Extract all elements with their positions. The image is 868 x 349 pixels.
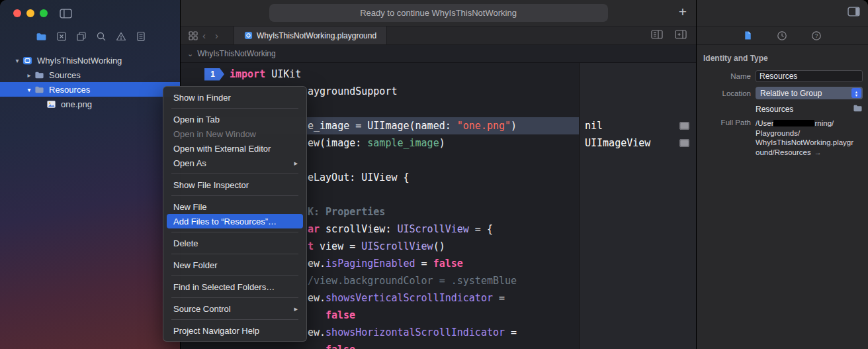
- disclosure-down-icon[interactable]: ▾: [24, 86, 34, 93]
- inspector-panel: ? Identity and Type Name Location Relati…: [696, 0, 868, 349]
- dropdown-arrows-icon: ▴▾: [851, 88, 861, 98]
- section-title: Identity and Type: [703, 54, 863, 63]
- code-text: eLayOut: UIView {: [308, 169, 410, 186]
- menu-item-open-in-tab[interactable]: Open in Tab: [167, 112, 303, 126]
- navigator-toolbar: [0, 26, 180, 46]
- code-text: /view.backgroundColor = .systemBlue: [308, 272, 517, 289]
- disclosure-right-icon[interactable]: ▸: [24, 72, 34, 79]
- result-row: UIImageView: [580, 134, 696, 152]
- navigator-sidebar: ▾WhyIsThisNotWorking▸Sources▾Resourceson…: [0, 0, 181, 349]
- navigator-label: WhyIsThisNotWorking: [37, 56, 122, 66]
- menu-item-source-control[interactable]: Source Control▸: [167, 301, 303, 316]
- breadcrumb[interactable]: WhyIsThisNotWorking: [197, 49, 275, 58]
- menu-item-open-as[interactable]: Open As▸: [167, 156, 303, 170]
- editor-options-icon[interactable]: [651, 30, 663, 42]
- toolbar: Ready to continue WhyIsThisNotWorking +: [181, 0, 696, 26]
- jump-to-path-icon[interactable]: →: [814, 148, 822, 156]
- activity-text: Ready to continue WhyIsThisNotWorking: [360, 8, 517, 18]
- toggle-left-sidebar-icon[interactable]: [60, 9, 72, 19]
- menu-item-show-in-finder[interactable]: Show in Finder: [167, 90, 303, 105]
- navigator-row-sources[interactable]: ▸Sources: [0, 68, 180, 82]
- folder-mini-icon[interactable]: [853, 104, 863, 114]
- menu-item-find-in-selected-folders[interactable]: Find in Selected Folders…: [167, 279, 303, 294]
- code-text: ew.showsVerticalScrollIndicator =: [308, 289, 505, 307]
- zoom-window-button[interactable]: [40, 9, 48, 17]
- jumpbar-chevron-icon: ⌄: [187, 50, 193, 58]
- menu-item-label: Source Control: [173, 304, 231, 314]
- menu-item-label: Delete: [173, 238, 198, 248]
- minimize-window-button[interactable]: [26, 9, 34, 17]
- jump-bar[interactable]: ⌄ WhyIsThisNotWorking: [181, 45, 696, 63]
- add-editor-icon[interactable]: [675, 30, 687, 42]
- code-text: false: [326, 341, 355, 349]
- navigator-row-whyisthisnotworking[interactable]: ▾WhyIsThisNotWorking: [0, 53, 180, 68]
- navigator-row-one-png[interactable]: one.png: [0, 97, 180, 111]
- menu-item-open-with-external-editor[interactable]: Open with External Editor: [167, 141, 303, 156]
- code-text: K: Properties: [308, 203, 385, 221]
- window-controls: [13, 9, 48, 17]
- search-icon[interactable]: [96, 31, 107, 42]
- menu-item-new-folder[interactable]: New Folder: [167, 258, 303, 272]
- editor-tab[interactable]: WhyIsThisNotWorking.playground: [234, 26, 387, 44]
- code-text: t view = UIScrollView(): [308, 238, 445, 255]
- name-label: Name: [703, 72, 751, 80]
- folder-navigator-icon[interactable]: [36, 31, 47, 42]
- navigator-row-resources[interactable]: ▾Resources: [0, 82, 180, 97]
- name-row: Name: [703, 70, 863, 82]
- location-dropdown[interactable]: Relative to Group ▴▾: [756, 87, 863, 99]
- menu-separator: [171, 297, 298, 298]
- go-forward-icon[interactable]: ›: [210, 30, 223, 41]
- layers-icon[interactable]: [76, 31, 87, 42]
- menu-item-label: Find in Selected Folders…: [173, 282, 275, 292]
- navigator-label: Resources: [49, 85, 90, 95]
- menu-item-new-file[interactable]: New File: [167, 199, 303, 214]
- breakpoint-marker[interactable]: 1: [204, 68, 224, 81]
- fullpath-value: /Userrning/ Playgrounds/ WhyIsThisNotWor…: [756, 119, 863, 157]
- results-gutter: nilUIImageView: [579, 63, 696, 349]
- menu-item-label: New File: [173, 202, 207, 212]
- project-icon: [22, 56, 34, 66]
- result-row: nil: [580, 117, 696, 134]
- menu-separator: [171, 195, 298, 196]
- code-text: ar scrollView: UIScrollView = {: [308, 221, 493, 238]
- menu-item-delete[interactable]: Delete: [167, 236, 303, 250]
- menu-separator: [171, 174, 298, 174]
- history-inspector-icon[interactable]: [777, 30, 787, 41]
- code-text: ew.showsHorizontalScrollIndicator =: [308, 324, 517, 341]
- menu-item-label: Show File Inspector: [173, 180, 249, 190]
- menu-separator: [171, 108, 298, 109]
- file-name: Resources: [756, 105, 793, 114]
- file-inspector-icon[interactable]: [743, 30, 753, 40]
- submenu-arrow-icon: ▸: [294, 159, 298, 168]
- menu-item-label: Add Files to “Resources”…: [173, 217, 277, 226]
- menu-item-project-navigator-help[interactable]: Project Navigator Help: [167, 323, 303, 338]
- related-items-icon[interactable]: [189, 31, 198, 40]
- context-menu: Show in FinderOpen in TabOpen in New Win…: [163, 86, 307, 342]
- report-icon[interactable]: [136, 31, 146, 42]
- quick-help-icon[interactable]: ?: [811, 30, 822, 41]
- toggle-right-sidebar-icon[interactable]: [847, 7, 860, 19]
- playground-file-icon: [244, 31, 253, 40]
- show-result-button[interactable]: [679, 122, 689, 130]
- activity-viewer: Ready to continue WhyIsThisNotWorking: [269, 4, 608, 22]
- folder-icon: [34, 70, 46, 80]
- tab-title: WhyIsThisNotWorking.playground: [257, 31, 376, 40]
- go-back-icon[interactable]: ‹: [198, 30, 210, 41]
- inspector-content: Identity and Type Name Location Relative…: [697, 45, 868, 162]
- menu-item-add-files-to-resources[interactable]: Add Files to “Resources”…: [167, 214, 303, 228]
- project-navigator: ▾WhyIsThisNotWorking▸Sources▾Resourceson…: [0, 53, 180, 111]
- disclosure-down-icon[interactable]: ▾: [12, 57, 22, 64]
- name-input[interactable]: [756, 70, 863, 82]
- xcode-window: ▾WhyIsThisNotWorking▸Sources▾Resourceson…: [0, 0, 868, 349]
- inspector-titlebar: [697, 0, 868, 26]
- menu-item-show-file-inspector[interactable]: Show File Inspector: [167, 177, 303, 192]
- inspector-tabs: ?: [697, 26, 868, 45]
- show-result-button[interactable]: [679, 139, 689, 147]
- issues-icon[interactable]: [116, 31, 126, 42]
- image-icon: [46, 99, 58, 109]
- new-tab-button[interactable]: +: [679, 4, 687, 20]
- close-square-icon[interactable]: [56, 31, 67, 42]
- close-window-button[interactable]: [13, 9, 21, 17]
- code-text: false: [326, 307, 355, 324]
- submenu-arrow-icon: ▸: [294, 305, 298, 313]
